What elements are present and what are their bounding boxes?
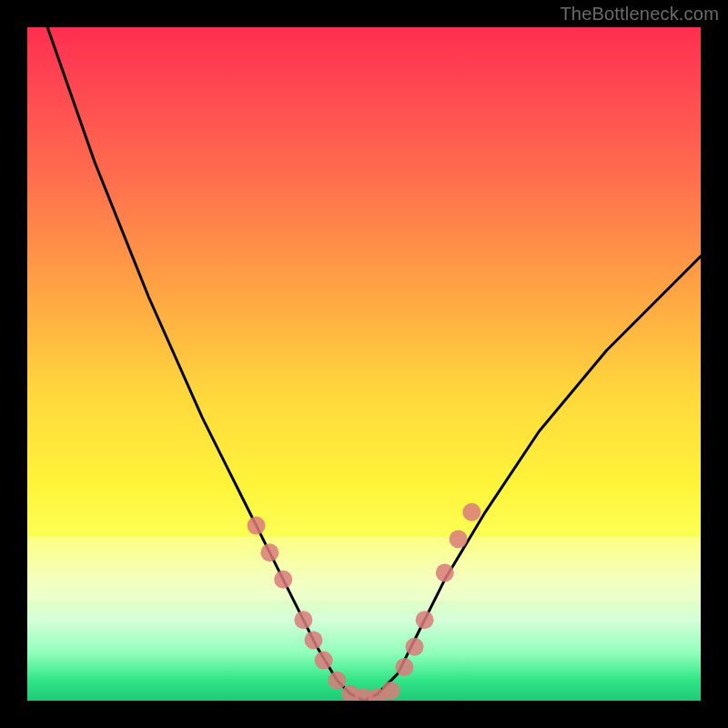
bottleneck-curve [47, 27, 701, 701]
marker-dot [274, 571, 292, 589]
marker-dot [462, 503, 480, 521]
marker-dot [294, 611, 312, 629]
marker-dot [382, 682, 400, 700]
marker-dot [315, 652, 333, 670]
curve-layer [27, 27, 701, 701]
marker-dot [450, 530, 468, 548]
marker-dot [328, 672, 346, 690]
marker-dot [395, 658, 413, 676]
marker-dot [305, 631, 323, 649]
chart-frame: TheBottleneck.com [0, 0, 728, 728]
marker-dot [406, 638, 424, 656]
marker-dot [416, 611, 434, 629]
plot-area [27, 27, 701, 701]
marker-dot [436, 563, 454, 581]
watermark-text: TheBottleneck.com [560, 4, 719, 25]
marker-dot [248, 517, 266, 535]
marker-dot [260, 543, 278, 561]
